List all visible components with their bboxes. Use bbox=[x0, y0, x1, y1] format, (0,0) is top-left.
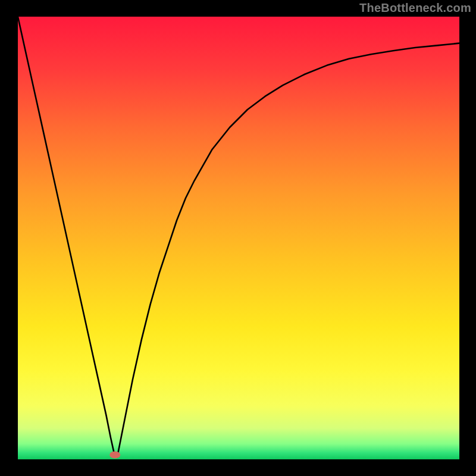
plot-area bbox=[18, 17, 459, 459]
minimum-marker bbox=[109, 452, 120, 459]
watermark-text: TheBottleneck.com bbox=[359, 1, 471, 15]
chart-frame: TheBottleneck.com bbox=[0, 0, 476, 476]
gradient-background bbox=[18, 17, 459, 459]
bottleneck-line-chart bbox=[18, 17, 459, 459]
